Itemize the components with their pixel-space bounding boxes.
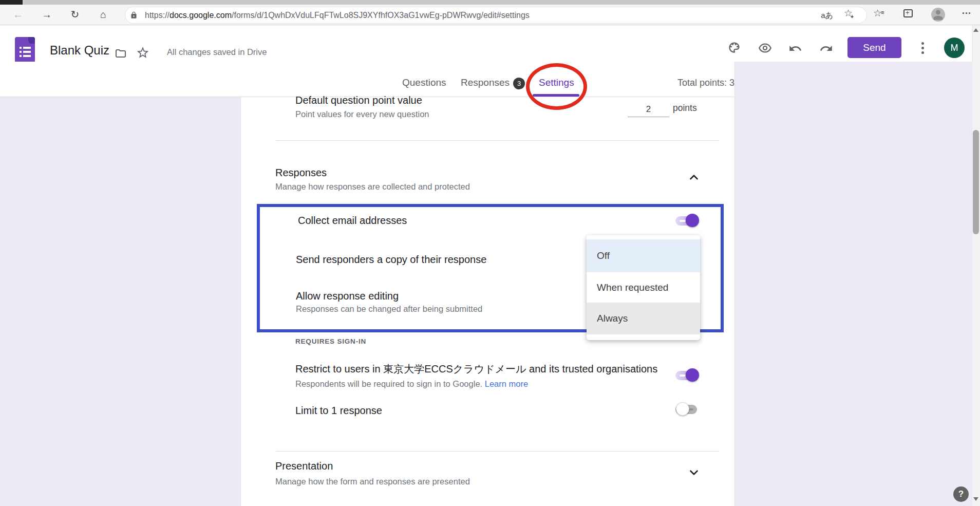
responses-count-badge: 3 [513,78,525,89]
account-avatar[interactable]: M [944,38,965,58]
browser-menu-icon[interactable]: … [962,5,972,16]
limit-response-label: Limit to 1 response [295,405,382,417]
theme-palette-icon[interactable] [727,41,741,54]
allow-edit-subtitle: Responses can be changed after being sub… [296,304,482,314]
presentation-section-subtitle: Manage how the form and responses are pr… [275,477,470,486]
default-points-input[interactable] [628,102,669,117]
page-scrollbar[interactable] [972,25,980,506]
collect-email-label: Collect email addresses [298,215,407,227]
forms-logo-icon[interactable] [15,37,35,63]
lock-icon [130,11,138,20]
star-icon[interactable] [136,46,150,60]
favorites-bar-icon[interactable]: ☆≡ [873,7,885,19]
tab-questions[interactable]: Questions [402,77,446,88]
collapse-chevron-up-icon[interactable] [687,171,701,184]
learn-more-link[interactable]: Learn more [485,379,528,388]
tab-settings[interactable]: Settings [539,77,574,88]
points-unit-label: points [673,103,697,114]
tab-responses[interactable]: Responses [461,77,510,88]
scrollbar-thumb[interactable] [973,130,979,234]
allow-edit-label: Allow response editing [296,290,399,302]
section-divider [276,140,719,141]
browser-forward-button[interactable]: → [40,8,53,21]
add-favorite-icon[interactable]: ☆+ [844,7,856,19]
responses-section-title: Responses [275,167,327,179]
browser-back-button[interactable]: ← [11,8,25,21]
url-domain: docs.google.com [169,11,232,20]
save-status: All changes saved in Drive [167,47,267,57]
responses-section-subtitle: Manage how responses are collected and p… [275,182,470,192]
preview-eye-icon[interactable] [758,41,772,55]
requires-signin-heading: REQUIRES SIGN-IN [295,338,366,345]
restrict-users-subtitle: Respondents will be required to sign in … [295,379,528,389]
browser-tab-strip [0,0,980,5]
translate-icon[interactable]: aあ [818,7,836,24]
undo-icon[interactable] [788,42,802,55]
restrict-users-toggle[interactable] [675,368,700,382]
help-button[interactable]: ? [953,486,969,502]
restrict-users-label: Restrict to users in 東京大学ECCSクラウドメール and… [295,362,657,376]
dropdown-option-always[interactable]: Always [587,303,700,334]
expand-chevron-down-icon[interactable] [687,466,701,479]
default-points-title: Default question point value [295,95,422,106]
url-scheme: https:// [145,11,169,20]
dropdown-option-when-requested[interactable]: When requested [587,272,700,303]
url-path: /forms/d/1QwhDxVduLFqFTwLo8SJ9XYfhfOX3aG… [232,11,530,20]
collections-icon[interactable] [903,9,913,17]
redo-icon[interactable] [819,42,833,55]
scroll-up-arrow-icon[interactable] [973,28,978,32]
presentation-section-title: Presentation [275,460,333,472]
document-title[interactable]: Blank Quiz [50,43,109,58]
more-options-icon[interactable] [919,40,926,56]
browser-chrome: ← → ↻ ⌂ https://docs.google.com/forms/d/… [0,0,980,25]
browser-refresh-button[interactable]: ↻ [68,8,82,21]
send-button[interactable]: Send [847,37,901,58]
move-to-folder-icon[interactable] [114,47,127,60]
forms-logo-fold [28,37,35,44]
person-icon [931,8,945,22]
url-text[interactable]: https://docs.google.com/forms/d/1QwhDxVd… [145,7,530,24]
window-edge [0,0,23,5]
total-points: Total points: 3 [632,78,734,88]
default-points-subtitle: Point values for every new question [295,109,429,119]
tab-bar [0,62,735,97]
send-copy-label: Send responders a copy of their response [296,254,486,266]
browser-home-button[interactable]: ⌂ [97,8,110,21]
scroll-down-arrow-icon[interactable] [973,497,978,501]
browser-profile-icon[interactable] [931,8,945,22]
collect-email-toggle[interactable] [675,213,700,228]
limit-response-toggle[interactable] [675,402,700,416]
dropdown-option-off[interactable]: Off [587,239,700,272]
active-tab-underline [533,94,579,97]
send-copy-dropdown-menu: Off When requested Always [587,235,700,340]
section-divider [276,451,719,452]
